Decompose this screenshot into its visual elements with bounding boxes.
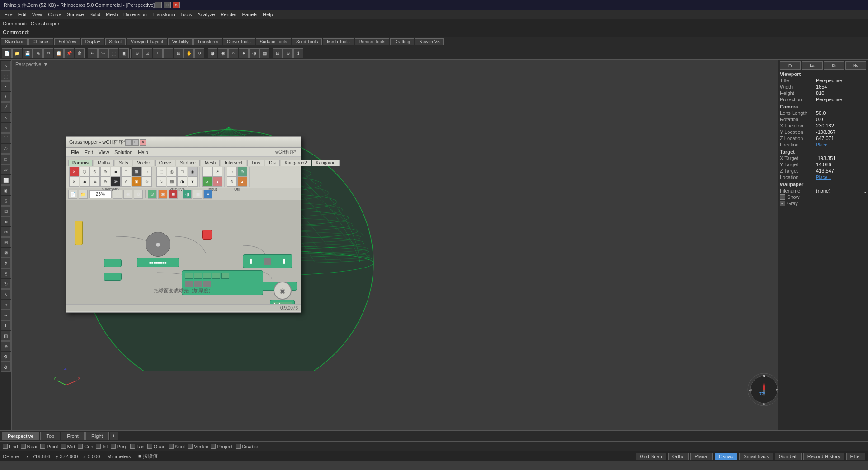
analysis-tool[interactable]: ⊕ (1, 341, 11, 351)
zoom-in-icon[interactable]: + (153, 48, 163, 58)
gh-doc-new[interactable]: 📄 (68, 190, 77, 199)
snap-perp-checkbox[interactable] (111, 444, 116, 449)
dimension-tool[interactable]: ↔ (1, 310, 11, 320)
snap-perp[interactable]: Perp (111, 444, 127, 449)
render-icon[interactable]: ◉ (218, 48, 228, 58)
gh-restore-button[interactable]: □ (132, 139, 139, 146)
tab-display[interactable]: Display (81, 38, 104, 45)
rotate-obj-tool[interactable]: ↻ (1, 279, 11, 289)
gh-teal-btn[interactable]: ◑ (183, 190, 192, 199)
tab-standard[interactable]: Standard (1, 38, 28, 45)
gh-prim-8[interactable]: ▼ (188, 177, 198, 187)
snap-knot-checkbox[interactable] (169, 444, 174, 449)
tab-cplanes[interactable]: CPlanes (28, 38, 54, 45)
tab-select[interactable]: Select (105, 38, 126, 45)
grasshopper-window[interactable]: Grasshopper - wGH程序* ─ □ ✕ File Edit Vie… (66, 136, 301, 313)
vp-tab-right[interactable]: Right (85, 432, 109, 440)
tab-surface-tools[interactable]: Surface Tools (256, 38, 291, 45)
snap-to-grid-icon[interactable]: ⊟ (273, 48, 283, 58)
gh-icon-6[interactable]: □ (121, 167, 131, 177)
gh-prim-2[interactable]: ◎ (167, 167, 177, 177)
copy-icon[interactable]: 📋 (54, 48, 64, 58)
menu-analyze[interactable]: Analyze (194, 11, 217, 18)
explode-tool[interactable]: ⊠ (1, 248, 11, 258)
gh-green-btn1[interactable]: ⊙ (148, 190, 157, 199)
menu-curve[interactable]: Curve (45, 11, 64, 18)
grid-snap-button[interactable]: Grid Snap (636, 453, 666, 460)
planar-button[interactable]: Planar (690, 453, 713, 460)
filter-button[interactable]: Filter (846, 453, 865, 460)
gh-icon-2[interactable]: ⬡ (80, 167, 90, 177)
scale-tool[interactable]: ⤡ (1, 289, 11, 299)
gh-prim-6[interactable]: ▩ (167, 177, 177, 187)
tab-render-tools[interactable]: Render Tools (355, 38, 390, 45)
zoom-out-icon[interactable]: − (163, 48, 173, 58)
extrude-tool[interactable]: ⊡ (1, 206, 11, 216)
gh-icon-1[interactable]: ✕ (69, 167, 79, 177)
snap-tan-checkbox[interactable] (130, 444, 135, 449)
rp-tgtloc-link[interactable]: Place... (816, 175, 831, 180)
surface-icon[interactable]: ◑ (249, 48, 259, 58)
gh-close-button[interactable]: ✕ (140, 139, 146, 146)
gh-prim-3[interactable]: □ (177, 167, 187, 177)
loft-tool[interactable]: ≋ (1, 216, 11, 226)
info-icon[interactable]: ℹ (293, 48, 303, 58)
rp-filename-browse[interactable]: ... (863, 188, 866, 193)
vp-tab-front[interactable]: Front (61, 432, 85, 440)
sphere-tool[interactable]: ◉ (1, 185, 11, 195)
texture-icon[interactable]: ▦ (259, 48, 269, 58)
rp-tab-fr[interactable]: Fr (780, 61, 801, 70)
zoom-window-icon[interactable]: ⊡ (142, 48, 152, 58)
tab-setview[interactable]: Set View (54, 38, 80, 45)
save-icon[interactable]: 💾 (23, 48, 33, 58)
gh-node-teal2[interactable]: ■■■■■■■■ (137, 258, 179, 267)
circle-tool[interactable]: ○ (1, 123, 11, 133)
gh-node-teal1[interactable] (104, 259, 122, 267)
tab-transform[interactable]: Transform (193, 38, 222, 45)
menu-tools[interactable]: Tools (178, 11, 195, 18)
ortho-button[interactable]: Ortho (668, 453, 689, 460)
snap-project-checkbox[interactable] (211, 444, 216, 449)
redo-icon[interactable]: ↪ (98, 48, 108, 58)
rp-gray-checkbox[interactable] (780, 201, 785, 206)
curve-tool[interactable]: ∿ (1, 113, 11, 122)
snap-mid-checkbox[interactable] (61, 444, 66, 449)
gh-icon-11[interactable]: ◈ (90, 177, 100, 187)
snap-quad-checkbox[interactable] (147, 444, 152, 449)
solid-icon[interactable]: ● (239, 48, 249, 58)
menu-file[interactable]: File (2, 11, 15, 18)
gh-util-1[interactable]: → (227, 167, 237, 177)
open-icon[interactable]: 📁 (12, 48, 22, 58)
delete-icon[interactable]: 🗑 (75, 48, 85, 58)
point-tool[interactable]: · (1, 81, 11, 91)
rotate-icon[interactable]: ↻ (194, 48, 204, 58)
gh-inp-3[interactable]: ⊳ (202, 177, 212, 187)
gh-util-2[interactable]: ⊕ (237, 167, 247, 177)
print-icon[interactable]: 🖨 (33, 48, 43, 58)
pan-icon[interactable]: ✋ (184, 48, 194, 58)
osnap-button[interactable]: Osnap (715, 453, 737, 460)
gh-menu-solution[interactable]: Solution (112, 150, 135, 155)
tab-visibility[interactable]: Visibility (168, 38, 193, 45)
gh-icon-7[interactable]: ⊞ (132, 167, 142, 177)
gh-menu-view[interactable]: View (96, 150, 112, 155)
gh-icon-5[interactable]: ■ (111, 167, 121, 177)
minimize-button[interactable]: ─ (155, 2, 162, 8)
tab-viewport-layout[interactable]: Viewport Layout (127, 38, 167, 45)
gh-prim-5[interactable]: ∿ (156, 177, 166, 187)
snap-int-checkbox[interactable] (96, 444, 101, 449)
menu-render[interactable]: Render (218, 11, 240, 18)
snap-mid[interactable]: Mid (61, 444, 75, 449)
join-tool[interactable]: ⊞ (1, 237, 11, 247)
vp-tab-perspective[interactable]: Perspective (2, 432, 39, 440)
gh-inp-4[interactable]: ▲ (212, 177, 222, 187)
viewport-area[interactable]: Perspective ▼ (12, 60, 778, 430)
tab-drafting[interactable]: Drafting (390, 38, 414, 45)
gh-node-b1[interactable] (104, 273, 122, 281)
gh-prim-4[interactable]: ◉ (188, 167, 198, 177)
gh-tab-trns[interactable]: Trns (247, 160, 264, 166)
shaded-icon[interactable]: ◕ (208, 48, 217, 58)
gh-node-sphere[interactable]: ● (146, 232, 170, 257)
gh-icon-4[interactable]: ⊕ (100, 167, 110, 177)
tab-mesh-tools[interactable]: Mesh Tools (323, 38, 354, 45)
